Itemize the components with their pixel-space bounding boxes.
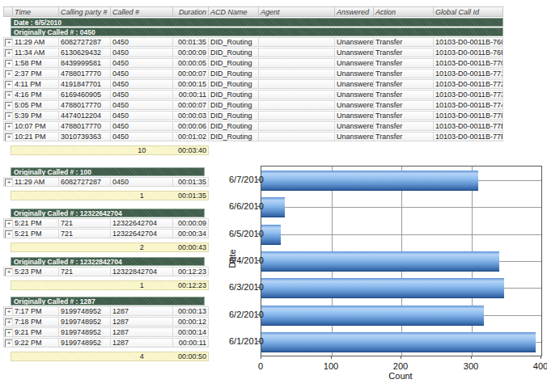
expand-icon[interactable]: + — [5, 308, 13, 316]
cell-answered: Unanswered — [335, 69, 374, 78]
cell-acd-name: DID_Routing — [209, 111, 259, 120]
table-row: +5:21 PM7211232264270400:00:09 — [3, 218, 209, 228]
cell-global-call-id: 10103-D0-0011B-768 — [434, 37, 503, 47]
cell-duration: 00:01:35 — [173, 177, 209, 187]
cell-calling-party: 4474012204 — [59, 111, 111, 120]
cell-action: Transfer — [374, 37, 434, 47]
cell-time: 4:16 PM — [13, 90, 59, 99]
cell-agent — [259, 111, 335, 120]
expand-icon[interactable]: + — [5, 268, 13, 276]
y-tick-mark — [257, 287, 261, 288]
cell-agent — [259, 121, 335, 131]
expand-cell: + — [3, 132, 13, 141]
group-header: Originally Called # : 1287 — [11, 297, 205, 306]
cell-duration: 00:00:09 — [173, 48, 209, 57]
chart-plot-area — [261, 166, 542, 356]
cell-time: 11:29 AM — [13, 177, 59, 187]
cell-duration: 00:00:14 — [173, 327, 209, 337]
expand-icon[interactable]: + — [5, 123, 13, 131]
expand-cell: + — [3, 306, 13, 316]
total-spacer — [11, 192, 111, 200]
cell-time: 11:34 AM — [13, 48, 59, 57]
cell-calling-party: 4788017770 — [59, 69, 111, 78]
group-total-row: 100:12:23 — [11, 280, 209, 290]
cell-acd-name: DID_Routing — [209, 69, 259, 78]
cell-calling-party: 6082727287 — [59, 37, 111, 47]
expand-icon[interactable]: + — [5, 102, 13, 110]
expand-icon[interactable]: + — [5, 133, 13, 141]
x-tick-mark — [541, 356, 541, 359]
cell-action: Transfer — [374, 79, 434, 89]
expand-icon[interactable]: + — [5, 60, 13, 68]
x-tick-mark — [261, 356, 261, 359]
cell-duration: 00:00:05 — [173, 58, 209, 68]
table-row: +1:58 PM8439999581045000:00:05DID_Routin… — [3, 58, 503, 68]
cell-action: Transfer — [374, 90, 434, 99]
bar-6-4-2010 — [261, 251, 499, 272]
expand-cell: + — [3, 111, 13, 120]
total-call-count: 1 — [111, 281, 172, 289]
cell-agent — [259, 100, 335, 110]
expand-icon[interactable]: + — [5, 70, 13, 78]
cell-time: 5:21 PM — [13, 229, 59, 238]
expand-icon[interactable]: + — [5, 220, 13, 228]
group-header: Originally Called # : 100 — [11, 167, 205, 176]
column-header-called-: Called # — [111, 6, 173, 17]
cell-called: 12322642704 — [111, 229, 173, 238]
table-row: +2:37 PM4788017770045000:00:07DID_Routin… — [3, 69, 503, 78]
cell-duration: 00:01:02 — [173, 132, 209, 141]
expand-cell: + — [3, 100, 13, 110]
cell-acd-name: DID_Routing — [209, 58, 259, 68]
cell-agent — [259, 37, 335, 47]
expand-icon[interactable]: + — [5, 179, 13, 187]
expand-cell: + — [3, 121, 13, 131]
cell-global-call-id: 10103-D0-0011B-774 — [434, 100, 503, 110]
x-tick-label: 100 — [324, 361, 338, 371]
column-header-agent: Agent — [259, 6, 335, 17]
expand-icon[interactable]: + — [5, 329, 13, 337]
expand-icon[interactable]: + — [5, 91, 13, 99]
group-rows: +11:29 AM6082727287045000:01:35DID_Routi… — [3, 37, 503, 141]
cell-action: Transfer — [374, 111, 434, 120]
cell-time: 7:18 PM — [13, 317, 59, 327]
cell-called: 1287 — [111, 338, 173, 348]
bar-6-5-2010 — [261, 225, 281, 245]
y-tick-label: 6/7/2010 — [229, 175, 258, 184]
expand-icon[interactable]: + — [5, 318, 13, 327]
cell-called: 0450 — [111, 90, 173, 99]
table-row: +11:29 AM6082727287045000:01:35DID_Routi… — [3, 37, 503, 47]
group-table: Originally Called # : 12322642704+5:21 P… — [3, 208, 209, 252]
group-header: Originally Called # : 12322842704 — [11, 257, 205, 266]
cell-calling-party: 4788017770 — [59, 121, 111, 131]
cell-global-call-id: 10103-D0-0011B-77E — [434, 121, 503, 131]
cell-global-call-id: 10103-D0-0011B-772 — [434, 79, 503, 89]
table-row: +10:07 PM4788017770045000:00:06DID_Routi… — [3, 121, 503, 131]
cell-action: Transfer — [374, 100, 434, 110]
cell-duration: 00:00:15 — [173, 79, 209, 89]
cell-duration: 00:00:03 — [173, 111, 209, 120]
expand-icon[interactable]: + — [5, 230, 13, 238]
cell-global-call-id: 10103-D0-0011B-778 — [434, 111, 503, 120]
table-row: +11:34 AM6130629432045000:00:09DID_Routi… — [3, 48, 503, 57]
expand-icon[interactable]: + — [5, 39, 13, 47]
table-row: +4:11 PM4191847701045000:00:15DID_Routin… — [3, 79, 503, 89]
bar-6-3-2010 — [261, 278, 504, 298]
cell-global-call-id: 10103-D0-0011B-770 — [434, 58, 503, 68]
expand-icon[interactable]: + — [5, 339, 13, 348]
expand-cell: + — [3, 58, 13, 68]
expand-cell: + — [3, 317, 13, 327]
cell-time: 10:07 PM — [13, 121, 59, 131]
group-total-row: 10 00:03:40 — [11, 145, 209, 155]
y-tick-mark — [257, 314, 261, 315]
cell-calling-party: 6082727287 — [59, 177, 111, 187]
expand-icon[interactable]: + — [5, 112, 13, 120]
group-table: Originally Called # : 12322842704+5:23 P… — [3, 256, 209, 290]
column-header-global-call-id: Global Call Id — [434, 6, 503, 17]
cell-duration: 00:00:34 — [173, 229, 209, 238]
expand-icon[interactable]: + — [5, 49, 13, 57]
cell-action: Transfer — [374, 132, 434, 141]
cell-time: 4:11 PM — [13, 79, 59, 89]
expand-icon[interactable]: + — [5, 81, 13, 89]
cell-answered: Unanswered — [335, 90, 374, 99]
cell-acd-name: DID_Routing — [209, 121, 259, 131]
